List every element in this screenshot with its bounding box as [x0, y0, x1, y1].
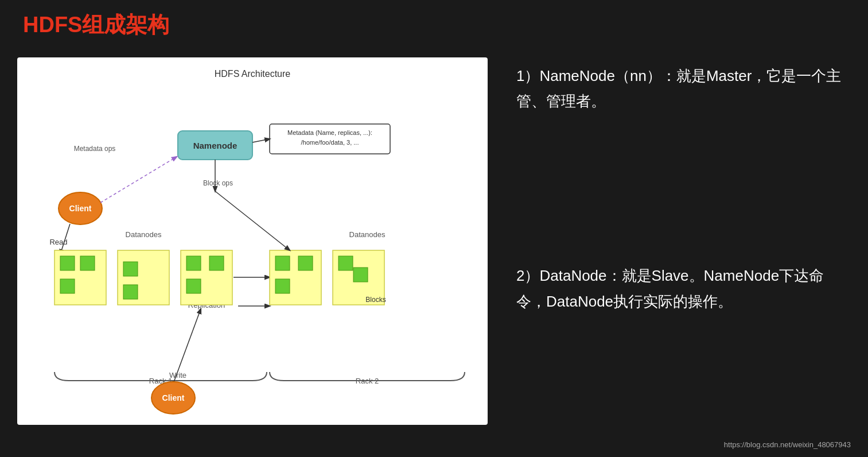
- page-title: HDFS组成架构: [23, 10, 169, 40]
- svg-text:Block ops: Block ops: [203, 179, 233, 187]
- svg-rect-23: [123, 262, 138, 276]
- svg-text:Metadata (Name, replicas, ...): Metadata (Name, replicas, ...):: [287, 129, 372, 136]
- hdfs-architecture-diagram: Namenode Metadata ops Metadata (Name, re…: [29, 91, 476, 424]
- svg-rect-38: [298, 256, 313, 270]
- svg-rect-19: [60, 256, 75, 270]
- footer-url: https://blog.csdn.net/weixin_48067943: [724, 440, 851, 449]
- svg-text:Client: Client: [69, 204, 92, 213]
- svg-text:Namenode: Namenode: [193, 141, 238, 150]
- svg-rect-28: [186, 279, 201, 293]
- svg-rect-37: [275, 256, 290, 270]
- svg-text:Datanodes: Datanodes: [126, 230, 162, 239]
- namenode-description: 1）NameNode（nn）：就是Master，它是一个主管、管理者。: [516, 67, 841, 110]
- svg-rect-21: [60, 279, 75, 293]
- right-panel: 1）NameNode（nn）：就是Master，它是一个主管、管理者。 2）Da…: [516, 57, 849, 314]
- svg-text:Client: Client: [162, 393, 185, 402]
- svg-line-6: [252, 139, 270, 142]
- svg-text:/home/foo/data, 3, ...: /home/foo/data, 3, ...: [301, 139, 359, 146]
- svg-rect-20: [80, 256, 95, 270]
- svg-text:Blocks: Blocks: [365, 296, 386, 304]
- svg-line-11: [100, 157, 177, 203]
- datanode-description: 2）DataNode：就是Slave。NameNode下达命令，DataNode…: [516, 267, 824, 309]
- svg-rect-27: [209, 256, 224, 270]
- svg-text:Datanodes: Datanodes: [349, 230, 386, 239]
- text-block-datanode: 2）DataNode：就是Slave。NameNode下达命令，DataNode…: [516, 263, 849, 313]
- svg-line-44: [215, 191, 290, 250]
- svg-rect-41: [338, 256, 353, 270]
- svg-line-31: [173, 309, 201, 384]
- text-block-namenode: 1）NameNode（nn）：就是Master，它是一个主管、管理者。: [516, 57, 849, 114]
- svg-text:Metadata ops: Metadata ops: [74, 145, 116, 153]
- svg-rect-26: [186, 256, 201, 270]
- svg-rect-24: [123, 285, 138, 299]
- diagram-title: HDFS Architecture: [29, 69, 476, 79]
- svg-rect-39: [275, 279, 290, 293]
- diagram-container: HDFS Architecture Namenode Metadata ops …: [17, 57, 488, 425]
- svg-rect-42: [353, 268, 368, 282]
